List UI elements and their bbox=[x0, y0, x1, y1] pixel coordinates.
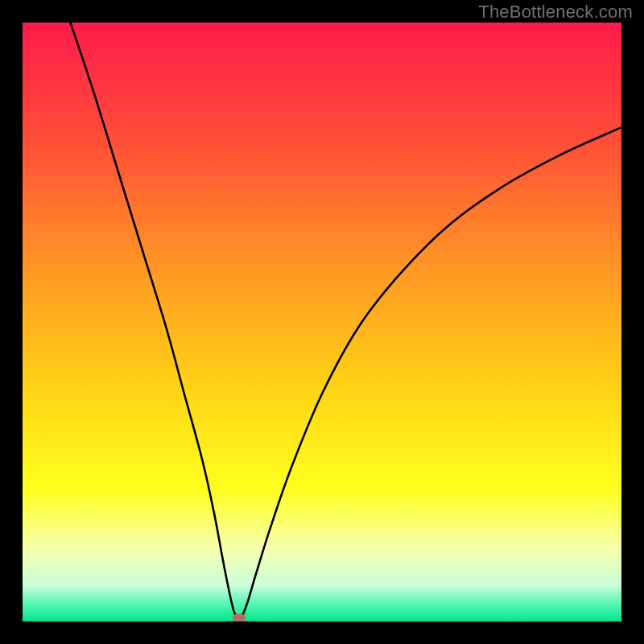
plot-svg bbox=[23, 23, 621, 621]
plot-area bbox=[23, 23, 621, 621]
watermark-text: TheBottleneck.com bbox=[478, 2, 633, 23]
marker-dot bbox=[233, 614, 246, 621]
gradient-background bbox=[23, 23, 621, 621]
chart-frame: TheBottleneck.com bbox=[0, 0, 644, 644]
